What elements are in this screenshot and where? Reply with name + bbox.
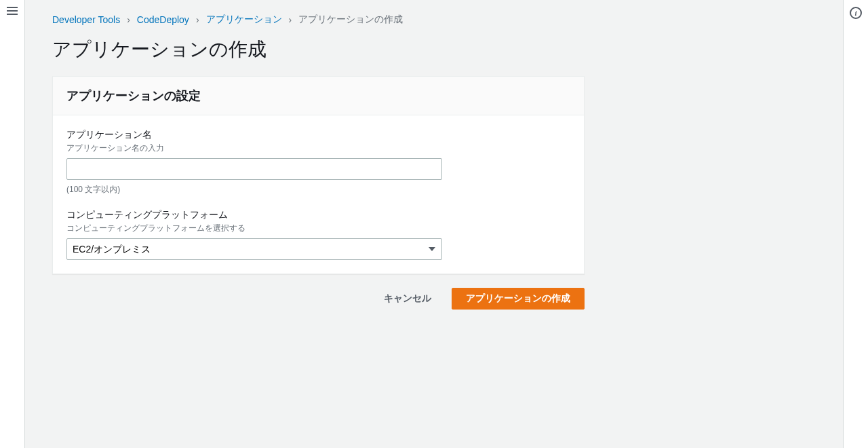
breadcrumb-link-codedeploy[interactable]: CodeDeploy	[137, 14, 189, 25]
breadcrumb: Developer Tools › CodeDeploy › アプリケーション …	[52, 14, 816, 26]
settings-panel: アプリケーションの設定 アプリケーション名 アプリケーション名の入力 (100 …	[52, 76, 585, 274]
create-button[interactable]: アプリケーションの作成	[452, 288, 585, 310]
breadcrumb-link-developer-tools[interactable]: Developer Tools	[52, 14, 120, 25]
form-group-app-name: アプリケーション名 アプリケーション名の入力 (100 文字以内)	[66, 129, 570, 195]
platform-select-wrapper: EC2/オンプレミス	[66, 238, 442, 260]
platform-description: コンピューティングプラットフォームを選択する	[66, 223, 570, 234]
hamburger-icon[interactable]	[7, 7, 18, 15]
app-name-label: アプリケーション名	[66, 129, 570, 141]
app-name-input[interactable]	[66, 158, 442, 180]
button-row: キャンセル アプリケーションの作成	[52, 288, 585, 310]
chevron-right-icon: ›	[289, 14, 292, 25]
panel-body: アプリケーション名 アプリケーション名の入力 (100 文字以内) コンピューテ…	[53, 115, 584, 274]
info-icon[interactable]: i	[850, 7, 862, 19]
breadcrumb-current: アプリケーションの作成	[298, 14, 403, 26]
page-title: アプリケーションの作成	[52, 37, 816, 62]
form-group-platform: コンピューティングプラットフォーム コンピューティングプラットフォームを選択する…	[66, 209, 570, 260]
chevron-right-icon: ›	[127, 14, 130, 25]
panel-header: アプリケーションの設定	[53, 77, 584, 115]
platform-label: コンピューティングプラットフォーム	[66, 209, 570, 221]
panel-title: アプリケーションの設定	[66, 88, 570, 104]
platform-select[interactable]: EC2/オンプレミス	[66, 238, 442, 260]
right-rail: i	[843, 0, 868, 448]
app-name-description: アプリケーション名の入力	[66, 143, 570, 154]
breadcrumb-link-applications[interactable]: アプリケーション	[206, 14, 282, 26]
main-content: Developer Tools › CodeDeploy › アプリケーション …	[25, 0, 843, 448]
app-name-hint: (100 文字以内)	[66, 184, 570, 195]
cancel-button[interactable]: キャンセル	[370, 288, 445, 310]
chevron-right-icon: ›	[196, 14, 199, 25]
left-rail	[0, 0, 25, 448]
